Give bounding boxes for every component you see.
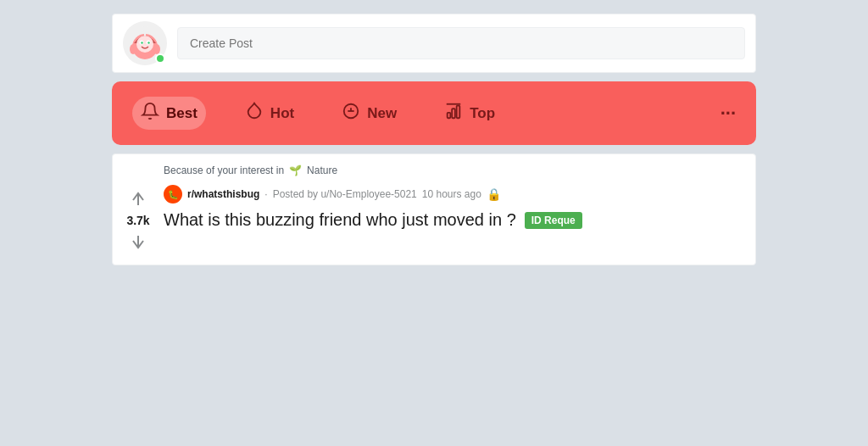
vote-column: 3.7k xyxy=(126,185,150,254)
subreddit-avatar: 🐛 xyxy=(164,185,182,203)
main-container: Best Hot New xyxy=(112,14,756,265)
post-body: 3.7k 🐛 r/whatsthisbug · Posted by u/No-E… xyxy=(126,185,742,254)
svg-point-4 xyxy=(141,42,142,43)
sort-best[interactable]: Best xyxy=(132,97,206,130)
sort-more-button[interactable]: ··· xyxy=(721,103,736,125)
dot-sep: · xyxy=(264,188,267,200)
interest-emoji: 🌱 xyxy=(289,164,302,176)
post-interest-bar: Because of your interest in 🌱 Nature xyxy=(164,164,742,176)
online-indicator xyxy=(155,53,165,64)
subreddit-name[interactable]: r/whatsthisbug xyxy=(187,188,259,200)
downvote-button[interactable] xyxy=(126,231,150,254)
svg-point-6 xyxy=(142,26,147,31)
sort-hot[interactable]: Hot xyxy=(236,97,303,130)
sort-hot-label: Hot xyxy=(270,105,294,122)
post-content: 🐛 r/whatsthisbug · Posted by u/No-Employ… xyxy=(164,185,742,254)
sort-more-label: ··· xyxy=(721,103,736,124)
post-card: Because of your interest in 🌱 Nature 3.7… xyxy=(112,153,756,265)
svg-point-5 xyxy=(147,42,149,43)
subreddit-icon: 🐛 xyxy=(168,190,178,199)
flair-badge: ID Reque xyxy=(525,212,582,229)
svg-rect-11 xyxy=(448,113,451,118)
create-post-bar xyxy=(112,14,756,73)
best-icon xyxy=(141,102,159,125)
avatar-wrapper xyxy=(123,21,167,65)
time-ago: 10 hours ago xyxy=(422,188,481,200)
svg-rect-12 xyxy=(452,109,455,118)
new-icon xyxy=(342,102,360,125)
sort-best-label: Best xyxy=(166,105,198,122)
sort-new[interactable]: New xyxy=(333,97,405,130)
svg-point-1 xyxy=(136,36,153,53)
interest-prefix: Because of your interest in xyxy=(164,164,284,176)
sort-new-label: New xyxy=(367,105,397,122)
post-title-text: What is this buzzing friend who just mov… xyxy=(164,210,516,230)
top-icon xyxy=(444,102,463,125)
post-meta: 🐛 r/whatsthisbug · Posted by u/No-Employ… xyxy=(164,185,742,203)
post-title[interactable]: What is this buzzing friend who just mov… xyxy=(164,210,742,230)
svg-point-8 xyxy=(130,44,136,54)
sort-bar: Best Hot New xyxy=(112,81,756,145)
hot-icon xyxy=(245,102,264,125)
svg-rect-13 xyxy=(457,106,460,119)
interest-label: Nature xyxy=(307,164,337,176)
create-post-input[interactable] xyxy=(177,27,745,59)
posted-by: Posted by u/No-Employee-5021 xyxy=(273,188,417,200)
sort-top[interactable]: Top xyxy=(436,97,504,130)
upvote-button[interactable] xyxy=(126,187,150,210)
lock-icon: 🔒 xyxy=(487,187,501,201)
vote-count: 3.7k xyxy=(126,214,149,227)
sort-top-label: Top xyxy=(470,105,495,122)
